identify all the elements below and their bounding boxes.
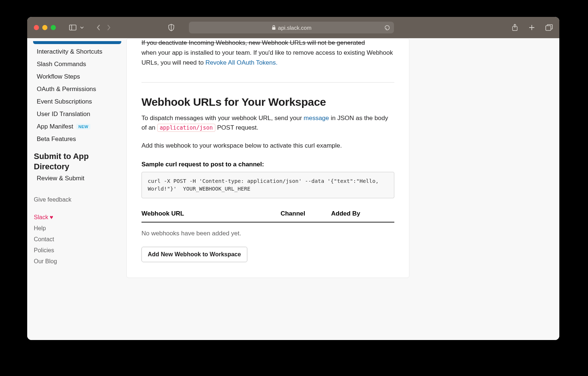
sidebar-item-label: App Manifest — [37, 123, 73, 130]
chevron-down-icon[interactable] — [79, 23, 85, 32]
sidebar: Interactivity & Shortcuts Slash Commands… — [27, 38, 126, 340]
sidebar-item-event-subs[interactable]: Event Subscriptions — [33, 95, 126, 108]
policies-link[interactable]: Policies — [33, 246, 126, 255]
sidebar-item-label: Workflow Steps — [37, 73, 80, 80]
deactivate-note: when your app is installed to your team.… — [141, 48, 394, 68]
sidebar-item-label: Beta Features — [37, 135, 76, 143]
col-channel: Channel — [280, 210, 331, 222]
sidebar-item-oauth[interactable]: OAuth & Permissions — [33, 83, 126, 95]
sidebar-item-label: Review & Submit — [37, 175, 84, 182]
slack-label: Slack — [34, 214, 48, 221]
page-content: Interactivity & Shortcuts Slash Commands… — [27, 38, 559, 340]
minimize-window-button[interactable] — [42, 25, 47, 30]
sidebar-item-manifest[interactable]: App Manifest NEW — [33, 120, 126, 133]
app-json-code: application/json — [157, 124, 216, 132]
privacy-shield-icon[interactable] — [166, 23, 176, 32]
svg-rect-7 — [546, 26, 551, 30]
sidebar-item-interactivity[interactable]: Interactivity & Shortcuts — [33, 46, 126, 58]
main-panel: If you deactivate Incoming Webhooks, new… — [126, 38, 559, 340]
heart-icon: ♥ — [50, 214, 53, 221]
message-link[interactable]: message — [304, 115, 329, 122]
browser-window: api.slack.com Interactivity & Shortcuts … — [27, 17, 559, 340]
col-webhook-url: Webhook URL — [141, 210, 280, 222]
sidebar-item-label: User ID Translation — [37, 111, 90, 118]
close-window-button[interactable] — [34, 25, 39, 30]
lock-icon — [272, 25, 276, 30]
sidebar-item-label: Slash Commands — [37, 61, 86, 68]
contact-link[interactable]: Contact — [33, 235, 126, 244]
svg-rect-3 — [272, 27, 275, 30]
reload-icon[interactable] — [384, 25, 390, 31]
sidebar-section-submit: Submit to App Directory — [33, 145, 126, 172]
selected-nav-indicator — [33, 41, 121, 44]
new-badge: NEW — [76, 124, 90, 130]
content-card: If you deactivate Incoming Webhooks, new… — [126, 38, 409, 278]
truncated-line: If you deactivate Incoming Webhooks, new… — [141, 39, 365, 46]
sidebar-item-label: Interactivity & Shortcuts — [37, 48, 103, 55]
sidebar-toggle-icon[interactable] — [68, 23, 78, 32]
new-tab-icon[interactable] — [528, 24, 535, 31]
titlebar: api.slack.com — [27, 17, 559, 38]
sidebar-item-workflow-steps[interactable]: Workflow Steps — [33, 70, 126, 83]
sidebar-item-user-id[interactable]: User ID Translation — [33, 108, 126, 120]
give-feedback-link[interactable]: Give feedback — [33, 195, 126, 205]
sidebar-item-slash-commands[interactable]: Slash Commands — [33, 58, 126, 70]
revoke-tokens-link[interactable]: Revoke All OAuth Tokens. — [205, 59, 277, 66]
sidebar-item-beta[interactable]: Beta Features — [33, 133, 126, 145]
fullscreen-window-button[interactable] — [51, 25, 56, 30]
blog-link[interactable]: Our Blog — [33, 257, 126, 266]
dispatch-paragraph: To dispatch messages with your webhook U… — [141, 113, 394, 133]
webhooks-table: Webhook URL Channel Added By — [141, 210, 394, 223]
address-bar[interactable]: api.slack.com — [189, 22, 394, 33]
url-text: api.slack.com — [278, 25, 312, 31]
window-controls — [34, 25, 56, 30]
sidebar-item-label: OAuth & Permissions — [37, 86, 96, 93]
sidebar-item-label: Event Subscriptions — [37, 98, 92, 105]
share-icon[interactable] — [512, 24, 518, 31]
svg-rect-0 — [69, 25, 76, 30]
sidebar-item-review-submit[interactable]: Review & Submit — [33, 172, 126, 185]
forward-button[interactable] — [107, 24, 111, 31]
add-webhook-button[interactable]: Add New Webhook to Workspace — [141, 247, 247, 262]
sample-curl-label: Sample curl request to post to a channel… — [141, 161, 394, 168]
curl-code-block[interactable]: curl -X POST -H 'Content-type: applicati… — [141, 172, 394, 198]
col-added-by: Added By — [331, 210, 394, 222]
webhooks-empty-state: No webhooks have been added yet. — [141, 223, 394, 247]
back-button[interactable] — [96, 24, 101, 31]
activate-note: Add this webhook to your workspace below… — [141, 141, 394, 151]
slack-footer-link[interactable]: Slack ♥ — [33, 213, 126, 222]
section-heading: Webhook URLs for Your Workspace — [141, 96, 394, 108]
help-link[interactable]: Help — [33, 224, 126, 233]
tab-overview-icon[interactable] — [545, 24, 553, 31]
divider — [141, 82, 394, 83]
